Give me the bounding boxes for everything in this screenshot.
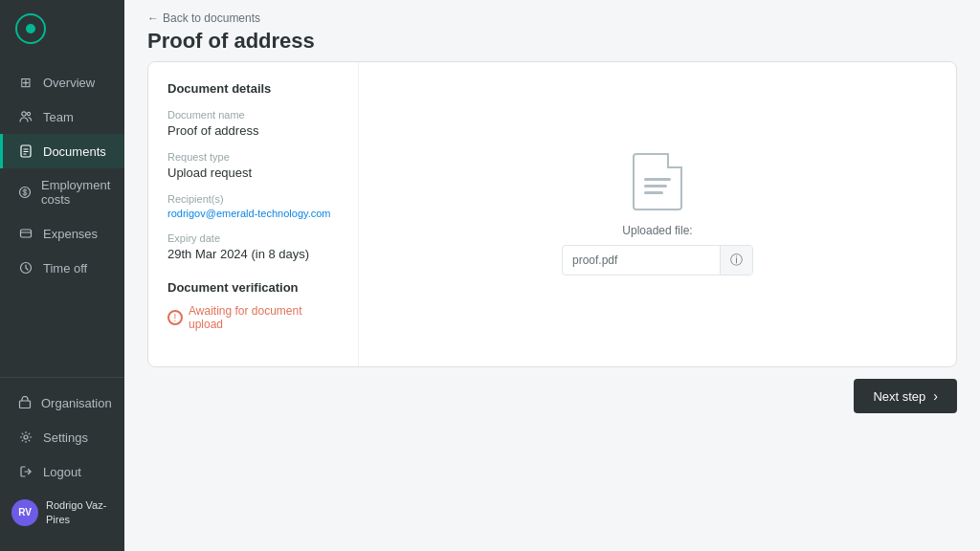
field-expiry-date: Expiry date 29th Mar 2024 (in 8 days) (167, 232, 339, 261)
sidebar-item-label: Documents (43, 144, 106, 159)
sidebar-item-expenses[interactable]: Expenses (0, 216, 124, 251)
uploaded-file-label: Uploaded file: (622, 224, 692, 237)
sidebar-item-label: Time off (43, 261, 87, 276)
logo-inner (26, 24, 35, 33)
sidebar-item-documents[interactable]: Documents (0, 134, 124, 168)
file-info-icon[interactable]: ⓘ (720, 246, 752, 275)
time-off-icon (18, 260, 33, 276)
card-footer: Next step › (147, 379, 957, 413)
sidebar-item-employment-costs[interactable]: Employment costs (0, 168, 124, 216)
sidebar-item-time-off[interactable]: Time off (0, 251, 124, 285)
field-label: Request type (167, 151, 339, 163)
field-label: Expiry date (167, 232, 339, 244)
topbar: ← Back to documents Proof of address (124, 0, 980, 61)
sidebar-item-team[interactable]: Team (0, 99, 124, 134)
sidebar-nav: ⊞ Overview Team (0, 57, 124, 377)
documents-icon (18, 143, 33, 159)
brand-logo (0, 0, 124, 57)
sidebar-item-label: Overview (43, 76, 95, 90)
field-recipients: Recipient(s) rodrigov@emerald-technology… (167, 193, 339, 219)
sidebar-item-organisation[interactable]: Organisation (0, 386, 124, 420)
field-document-name: Document name Proof of address (167, 109, 339, 138)
overview-icon: ⊞ (18, 75, 33, 90)
back-link-text: Back to documents (163, 11, 260, 25)
main-content: ← Back to documents Proof of address Doc… (124, 0, 980, 551)
document-card: Document details Document name Proof of … (147, 61, 957, 367)
document-details-panel: Document details Document name Proof of … (148, 62, 359, 366)
sidebar-item-label: Settings (43, 430, 88, 445)
back-arrow-icon: ← (147, 11, 159, 25)
next-step-arrow-icon: › (933, 388, 938, 404)
field-value: Proof of address (167, 123, 339, 138)
awaiting-label: Awaiting for document upload (189, 304, 339, 331)
settings-icon (18, 430, 33, 445)
next-step-label: Next step (873, 389, 925, 404)
sidebar-item-label: Organisation (41, 396, 112, 410)
user-profile[interactable]: RV Rodrigo Vaz-Pires (0, 489, 124, 536)
organisation-icon (18, 395, 32, 410)
document-verification-section: Document verification ! Awaiting for doc… (167, 280, 339, 331)
awaiting-icon: ! (167, 310, 183, 325)
document-details-title: Document details (167, 81, 339, 96)
awaiting-status-badge: ! Awaiting for document upload (167, 304, 339, 331)
field-value: Upload request (167, 165, 339, 180)
sidebar-item-label: Logout (43, 465, 81, 479)
svg-rect-10 (20, 401, 31, 408)
file-icon-wrapper (633, 153, 682, 210)
page-title: Proof of address (147, 29, 957, 54)
team-icon (18, 109, 33, 124)
avatar: RV (11, 499, 38, 526)
svg-rect-7 (21, 230, 32, 237)
svg-point-0 (22, 112, 26, 116)
file-lines (638, 170, 677, 200)
sidebar-item-overview[interactable]: ⊞ Overview (0, 65, 124, 99)
file-line (644, 185, 667, 187)
file-name-display: proof.pdf (563, 248, 720, 273)
svg-point-11 (24, 435, 28, 439)
field-label: Recipient(s) (167, 193, 339, 205)
expenses-icon (18, 226, 33, 241)
next-step-button[interactable]: Next step › (854, 379, 957, 413)
sidebar-item-label: Employment costs (41, 178, 110, 207)
svg-point-1 (27, 112, 30, 115)
file-input-wrapper[interactable]: proof.pdf ⓘ (562, 245, 753, 276)
field-request-type: Request type Upload request (167, 151, 339, 180)
file-line (644, 191, 663, 194)
logo-icon (15, 13, 46, 44)
sidebar-item-settings[interactable]: Settings (0, 420, 124, 454)
field-value: 29th Mar 2024 (in 8 days) (167, 247, 339, 261)
content-area: Document details Document name Proof of … (124, 61, 980, 551)
file-icon (633, 153, 682, 210)
sidebar-item-label: Expenses (43, 227, 98, 241)
verification-title: Document verification (167, 280, 339, 295)
field-value: rodrigov@emerald-technology.com (167, 208, 339, 219)
back-link[interactable]: ← Back to documents (147, 11, 957, 25)
logout-icon (18, 464, 33, 479)
employment-costs-icon (18, 185, 32, 200)
sidebar-item-label: Team (43, 110, 74, 124)
field-label: Document name (167, 109, 339, 121)
sidebar-item-logout[interactable]: Logout (0, 454, 124, 489)
sidebar: ⊞ Overview Team (0, 0, 124, 551)
sidebar-bottom: Organisation Settings Logout RV (0, 377, 124, 551)
user-name: Rodrigo Vaz-Pires (46, 498, 113, 526)
file-line (644, 178, 671, 181)
document-upload-panel: Uploaded file: proof.pdf ⓘ (359, 62, 956, 366)
